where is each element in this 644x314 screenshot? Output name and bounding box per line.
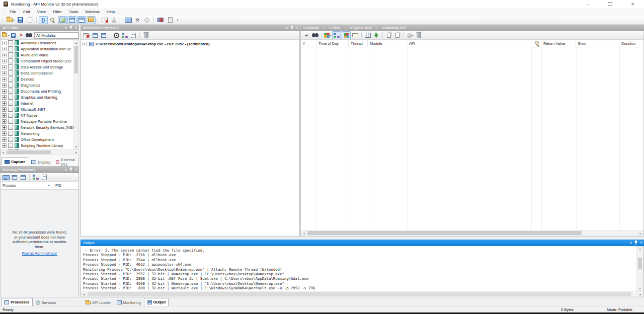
- checkbox[interactable]: [8, 46, 13, 51]
- scroll-thumb[interactable]: [307, 231, 582, 235]
- attach-button[interactable]: [11, 174, 19, 181]
- tree-item[interactable]: Internet: [1, 100, 73, 106]
- tree-item[interactable]: Audio and Video: [1, 52, 73, 58]
- decode-parameters-button[interactable]: {}: [39, 16, 48, 24]
- window-panel-button[interactable]: [77, 16, 86, 24]
- tab-processes[interactable]: Processes: [1, 298, 33, 306]
- tab-monitoring[interactable]: Monitoring: [114, 299, 143, 306]
- call-tree-button[interactable]: [332, 31, 341, 39]
- api-filter-header[interactable]: API Filter ▾ ×: [0, 25, 79, 31]
- expand-icon[interactable]: [2, 83, 7, 88]
- scroll-left-icon[interactable]: ◂: [82, 291, 87, 296]
- menu-window[interactable]: Window: [82, 8, 103, 16]
- export-button[interactable]: [372, 32, 380, 39]
- attach-target-button[interactable]: [112, 32, 120, 39]
- email-report-button[interactable]: [100, 16, 109, 24]
- find-button[interactable]: [25, 32, 32, 39]
- column-process[interactable]: Process▲: [1, 182, 53, 189]
- scroll-left-icon[interactable]: ◂: [1, 150, 6, 154]
- process-tree-button[interactable]: [121, 32, 129, 39]
- scroll-right-icon[interactable]: ▸: [638, 291, 643, 296]
- web-button[interactable]: [142, 16, 151, 24]
- summary-header[interactable]: Summary | 0 calls | 0 Bytes used | Инжек…: [300, 25, 644, 31]
- tab-output[interactable]: Output: [144, 298, 169, 306]
- breakpoint-button[interactable]: [406, 32, 414, 39]
- panel-menu-icon[interactable]: ▾: [630, 240, 632, 246]
- scroll-thumb[interactable]: [74, 46, 78, 73]
- monitor-process-button[interactable]: [2, 174, 10, 181]
- tab-display[interactable]: Display: [29, 159, 53, 166]
- expand-icon[interactable]: [2, 89, 7, 94]
- output-header[interactable]: Output ▾ ×: [80, 240, 644, 246]
- checkbox[interactable]: [8, 89, 13, 94]
- tree-item[interactable]: Office Development: [1, 136, 73, 142]
- run-as-administrator-link[interactable]: Run as Administrator: [22, 251, 57, 256]
- column-api[interactable]: API: [407, 40, 531, 47]
- columns-button[interactable]: [364, 32, 372, 39]
- refresh-button[interactable]: [32, 174, 40, 181]
- output-horizontal-scrollbar[interactable]: ◂ ▸: [81, 291, 643, 297]
- copy-call-button[interactable]: [385, 32, 393, 39]
- pin-icon[interactable]: [290, 26, 293, 30]
- expand-icon[interactable]: [2, 119, 7, 124]
- menu-filter[interactable]: Filter: [49, 8, 65, 16]
- help-doc-button[interactable]: [166, 16, 175, 24]
- scroll-left-icon[interactable]: ◂: [301, 230, 306, 236]
- clear-calls-button[interactable]: [415, 32, 423, 39]
- expand-icon[interactable]: [2, 53, 7, 57]
- delete-process-button[interactable]: [142, 32, 150, 39]
- column-thread[interactable]: Thread: [349, 40, 368, 47]
- checkbox[interactable]: [8, 70, 13, 75]
- expand-icon[interactable]: [2, 131, 7, 136]
- column-module[interactable]: Module: [368, 40, 407, 47]
- tree-item[interactable]: Scripting Runtime Library: [1, 142, 73, 148]
- tree-item[interactable]: Application Installation and Se: [1, 46, 73, 52]
- close-button[interactable]: [621, 0, 644, 8]
- help-book-button[interactable]: [156, 16, 165, 24]
- menu-file[interactable]: File: [6, 8, 20, 16]
- tab-api-loader[interactable]: API Loader: [83, 299, 114, 306]
- toolbar-overflow-button[interactable]: ▾: [175, 16, 180, 24]
- checkbox[interactable]: [8, 143, 13, 148]
- checkbox[interactable]: [8, 119, 13, 124]
- stop-button[interactable]: [100, 32, 108, 39]
- menu-view[interactable]: View: [34, 8, 49, 16]
- menu-help[interactable]: Help: [103, 8, 118, 16]
- running-processes-header[interactable]: Running Processes ▾ ×: [0, 167, 79, 173]
- scroll-up-icon[interactable]: ▴: [74, 40, 78, 45]
- expand-icon[interactable]: [83, 42, 87, 46]
- scroll-right-icon[interactable]: ▸: [74, 150, 78, 154]
- tree-item[interactable]: Diagnostics: [1, 82, 73, 88]
- scroll-thumb[interactable]: [638, 258, 642, 269]
- expand-icon[interactable]: [2, 101, 7, 106]
- expand-icon[interactable]: [2, 65, 7, 69]
- tree-item[interactable]: Documents and Printing: [1, 88, 73, 94]
- output-log[interactable]: - Error: 2, The system cannot find the f…: [81, 246, 636, 291]
- checkbox[interactable]: [8, 101, 13, 106]
- expand-icon[interactable]: [2, 41, 7, 45]
- column-duration[interactable]: Duration: [619, 40, 643, 47]
- checkbox[interactable]: [8, 131, 13, 136]
- expand-icon[interactable]: [2, 95, 7, 100]
- find-calls-button[interactable]: [311, 32, 319, 39]
- paste-call-button[interactable]: [393, 32, 401, 39]
- expand-icon[interactable]: [2, 125, 7, 130]
- tree-item[interactable]: Delta Compression: [1, 70, 73, 76]
- tab-capture[interactable]: Capture: [2, 158, 28, 166]
- tree-item[interactable]: Netscape Portable Runtime: [1, 118, 73, 124]
- labels-button[interactable]: [351, 32, 359, 39]
- tree-item[interactable]: Additional Resources: [1, 40, 73, 46]
- monitor-button[interactable]: [123, 16, 132, 24]
- api-calls-horizontal-scrollbar[interactable]: ◂ ▸: [301, 230, 643, 236]
- checkbox[interactable]: [8, 83, 13, 88]
- decode-view-button[interactable]: [342, 31, 351, 39]
- tree-item[interactable]: Networking: [1, 130, 73, 136]
- checkbox[interactable]: [8, 40, 13, 45]
- scroll-thumb[interactable]: [88, 292, 631, 296]
- copy-button[interactable]: [25, 16, 34, 24]
- expand-icon[interactable]: [2, 137, 7, 142]
- checkbox[interactable]: [8, 137, 13, 142]
- api-filter-panel-button[interactable]: [87, 16, 96, 24]
- scroll-up-icon[interactable]: ▴: [637, 247, 643, 251]
- monitored-process-item[interactable]: C:\Users\vbox\Desktop\Инжектор.exe - PID…: [81, 41, 299, 47]
